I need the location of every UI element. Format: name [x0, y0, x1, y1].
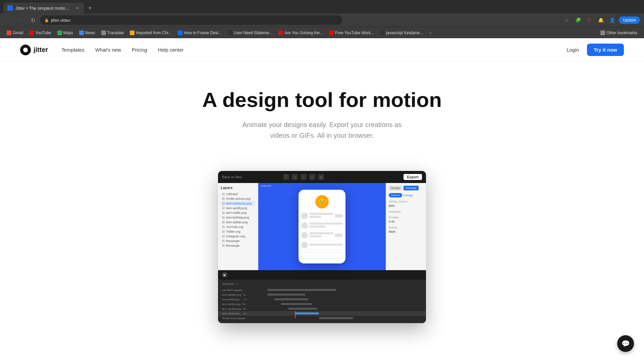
- chat-widget-button[interactable]: 💬: [617, 335, 634, 352]
- bookmark-label-github: javascript fundame...: [386, 31, 423, 35]
- demo-timeline-row-2[interactable]: item-birthday.p... · Grow in: [218, 297, 426, 302]
- demo-layer-starbucks[interactable]: item-starbucks.png: [221, 201, 255, 206]
- demo-tl-label-0: List items appear: [222, 289, 249, 292]
- other-bookmarks[interactable]: Other bookmarks: [598, 29, 640, 37]
- bookmark-github[interactable]: javascript fundame...: [377, 29, 426, 37]
- demo-phone-action: [335, 214, 343, 218]
- update-button[interactable]: Update: [619, 16, 640, 24]
- demo-tl-bar-6: [319, 317, 353, 319]
- reload-button[interactable]: ↻: [28, 15, 38, 25]
- demo-layer-adidas[interactable]: item-adidas.png: [221, 220, 255, 225]
- demo-animation-section: Animation: [389, 210, 423, 213]
- demo-duration-row: Duration 0.4s: [389, 216, 423, 223]
- bookmark-frame[interactable]: How to Frame Desi...: [175, 29, 224, 37]
- new-tab-button[interactable]: +: [85, 3, 95, 13]
- demo-phone-line: [309, 232, 333, 234]
- demo-canvas: Artboard 😊: [258, 183, 386, 270]
- forward-button[interactable]: →: [16, 15, 25, 25]
- bookmark-maps[interactable]: Maps: [55, 29, 76, 37]
- try-it-now-button[interactable]: Try it now: [587, 44, 624, 56]
- bookmark-translate[interactable]: Translate: [99, 29, 127, 37]
- bookmark-hbr[interactable]: Are You Solving the...: [276, 29, 326, 37]
- demo-circle-tool[interactable]: ○: [301, 174, 307, 180]
- demo-layer-profile[interactable]: Profile picture.png: [221, 196, 255, 201]
- nav-pricing[interactable]: Pricing: [132, 47, 147, 53]
- demo-change-btn[interactable]: Change: [404, 194, 413, 197]
- demo-timeline-row-6[interactable]: Social icons appear: [218, 316, 426, 320]
- demo-play-button[interactable]: ▶: [222, 272, 227, 278]
- demo-layer-instagram[interactable]: Instagram.svg: [221, 234, 255, 239]
- demo-grow-in-row: Grow in Change: [389, 193, 423, 197]
- demo-main: Layers Artboard Profile picture.png item…: [218, 183, 426, 270]
- nav-whats-new[interactable]: What's new: [95, 47, 121, 53]
- bookmark-user-need[interactable]: User Need Stateme...: [225, 29, 275, 37]
- shield-icon[interactable]: 🛡: [585, 15, 594, 25]
- profile-icon[interactable]: 👤: [607, 15, 617, 25]
- bookmark-label-frame: How to Frame Desi...: [184, 31, 222, 35]
- demo-layer-artboard[interactable]: Artboard: [221, 192, 255, 196]
- bookmark-imported[interactable]: Imported from Chr...: [127, 29, 174, 37]
- demo-layer-youtube[interactable]: YouTube.svg: [221, 225, 255, 229]
- active-tab[interactable]: Jitter • The simplest motion desi... ✕: [3, 3, 84, 13]
- demo-timeline-row-0[interactable]: List items appear: [218, 288, 426, 292]
- demo-scenario-label: Scenario: [222, 282, 234, 286]
- bookmark-favicon-frame: [178, 31, 182, 35]
- logo-icon: [20, 45, 31, 55]
- demo-initial-scale-row: INITIAL SCALE 80%: [389, 200, 423, 207]
- demo-artboard-label: Artboard: [261, 184, 271, 187]
- demo-layer-rect1[interactable]: Rectangle: [221, 239, 255, 243]
- site-logo[interactable]: jitter: [20, 45, 48, 55]
- tab-close-button[interactable]: ✕: [74, 5, 80, 11]
- bookmark-label-translate: Translate: [107, 31, 124, 35]
- website-content: jitter Templates What's new Pricing Help…: [0, 38, 644, 343]
- demo-timeline-row-5[interactable]: item-starbucks... · Grow in: [218, 311, 426, 316]
- demo-phone-line-short: [309, 226, 326, 228]
- demo-tl-label-1: item-adidas.png · Grow in: [222, 293, 249, 296]
- demo-phone-text: [309, 232, 333, 238]
- demo-layer-twitter[interactable]: Twitter.svg: [221, 229, 255, 234]
- nav-help-center[interactable]: Help center: [158, 47, 184, 53]
- bookmark-label-imported: Imported from Chr...: [136, 31, 172, 35]
- demo-phone-line: [309, 213, 333, 215]
- demo-layer-birthday[interactable]: item-birthday.png: [221, 215, 255, 220]
- bookmark-youtube-work[interactable]: Free YouTube Work...: [326, 29, 377, 37]
- demo-layer-icon: [222, 226, 225, 228]
- demo-timeline-row-4[interactable]: item-spotify.png · Grow in: [218, 306, 426, 311]
- demo-layer-rect2[interactable]: Rectangle: [221, 243, 255, 248]
- notifications-icon[interactable]: 🔔: [596, 15, 605, 25]
- demo-text-tool[interactable]: T: [283, 174, 289, 180]
- extensions-icon[interactable]: 🧩: [573, 15, 583, 25]
- bookmark-icon[interactable]: ☆: [562, 15, 571, 25]
- demo-timeline-row-3[interactable]: item-netflix.png · Grow in: [218, 302, 426, 306]
- hero-title: A design tool for motion: [7, 88, 637, 111]
- demo-phone-line: [309, 223, 343, 225]
- demo-animate-tab[interactable]: Animate: [404, 186, 419, 190]
- demo-timeline-row-1[interactable]: item-adidas.png · Grow in: [218, 292, 426, 297]
- bookmark-label-gmail: Gmail: [13, 31, 23, 35]
- demo-phone-line-short: [309, 216, 321, 218]
- bookmark-gmail[interactable]: Gmail: [4, 29, 26, 37]
- back-button[interactable]: ←: [4, 15, 13, 25]
- bookmark-news[interactable]: News: [76, 29, 98, 37]
- login-button[interactable]: Login: [567, 47, 579, 53]
- demo-layer-spotify[interactable]: item-spotify.png: [221, 206, 255, 210]
- demo-rect-tool[interactable]: □: [292, 174, 298, 180]
- hero-subtitle: Animate your designs easily. Export your…: [235, 119, 409, 141]
- demo-share-tool[interactable]: ⊡: [318, 174, 324, 180]
- demo-initial-scale-value: 80%: [389, 204, 423, 207]
- demo-timeline: Scenario 0 List items appear: [218, 280, 426, 323]
- address-bar[interactable]: 🔒 jitter.video: [40, 15, 342, 25]
- demo-phone-item-3: [301, 231, 343, 240]
- demo-layer-icon: [222, 193, 225, 195]
- bookmark-youtube[interactable]: YouTube: [26, 29, 54, 37]
- url-text: jitter.video: [51, 18, 71, 23]
- demo-animation-label: Animation: [389, 210, 423, 213]
- demo-design-tab[interactable]: Design: [389, 186, 402, 190]
- nav-templates[interactable]: Templates: [61, 47, 84, 53]
- demo-export-button[interactable]: Export: [404, 174, 422, 180]
- bookmark-favicon-translate: [101, 31, 106, 35]
- bookmark-favicon-gmail: [7, 31, 11, 35]
- demo-star-tool[interactable]: ☆: [309, 174, 315, 180]
- bookmark-favicon-github: [380, 31, 385, 35]
- demo-layer-netflix[interactable]: item-netflix.png: [221, 210, 255, 215]
